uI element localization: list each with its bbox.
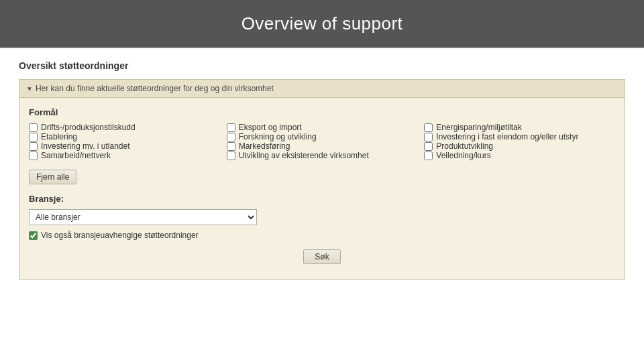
checkbox-label-utvikling-eksisterende: Utvikling av eksisterende virksomhet [239,151,369,160]
bransje-label: Bransje: [29,194,615,204]
checkbox-veiledning[interactable] [424,152,433,160]
checkbox-investering-utlandet[interactable] [29,142,38,151]
panel-arrow-icon: ▼ [26,85,33,93]
checkbox-label-investering-eiendom: Investering i fast eiendom og/eller utst… [436,132,578,141]
checkbox-markedsforing[interactable] [227,142,235,151]
checkbox-produktutvikling[interactable] [424,142,433,151]
checkbox-item: Drifts-/produksjonstilskudd [29,123,220,132]
checkbox-forskning[interactable] [227,133,235,141]
checkbox-eksport[interactable] [227,123,235,132]
checkbox-energisparing[interactable] [424,123,433,132]
section-heading: Oversikt støtteordninger [19,60,625,71]
formaal-label: Formål [29,107,615,117]
checkbox-item: Investering i fast eiendom og/eller utst… [424,132,615,141]
panel-body: Formål Drifts-/produksjonstilskudd Etabl… [19,98,625,279]
checkbox-investering-eiendom[interactable] [424,133,433,141]
vis-checkbox[interactable] [29,231,38,240]
checkbox-item: Forskning og utvikling [227,132,418,141]
checkbox-grid: Drifts-/produksjonstilskudd Etablering I… [29,123,615,160]
checkbox-item: Markedsføring [227,141,418,151]
checkbox-item: Veiledning/kurs [424,151,615,160]
checkbox-label-investering-utlandet: Investering mv. i utlandet [41,141,130,151]
sok-button[interactable]: Søk [303,249,340,264]
vis-label: Vis også bransjeuavhengige støtteordning… [41,231,199,240]
checkbox-column-2: Eksport og import Forskning og utvikling… [227,123,418,160]
checkbox-label-energisparing: Energisparing/miljøtiltak [436,123,521,132]
checkbox-item: Produktutvikling [424,141,615,151]
checkbox-label-veiledning: Veiledning/kurs [436,151,490,160]
header-bar: Overview of support [0,0,644,48]
page-title: Overview of support [241,13,403,34]
checkbox-column-1: Drifts-/produksjonstilskudd Etablering I… [29,123,220,160]
panel-header: ▼ Her kan du finne aktuelle støtteordnin… [19,80,625,98]
page-content: Oversikt støtteordninger ▼ Her kan du fi… [0,48,644,292]
checkbox-item: Utvikling av eksisterende virksomhet [227,151,418,160]
checkbox-item: Eksport og import [227,123,418,132]
checkbox-label-samarbeid: Samarbeid/nettverk [41,151,111,160]
checkbox-item: Etablering [29,132,220,141]
checkbox-label-markedsforing: Markedsføring [239,141,290,151]
checkbox-drifts[interactable] [29,123,38,132]
checkbox-label-forskning: Forskning og utvikling [239,132,317,141]
checkbox-item: Energisparing/miljøtiltak [424,123,615,132]
bransje-section: Bransje: Alle bransjer Vis også bransjeu… [29,194,615,240]
checkbox-samarbeid[interactable] [29,152,38,160]
checkbox-column-3: Energisparing/miljøtiltak Investering i … [424,123,615,160]
search-row: Søk [29,249,615,267]
checkbox-label-eksport: Eksport og import [239,123,302,132]
form-panel: ▼ Her kan du finne aktuelle støtteordnin… [19,79,625,280]
bransje-select[interactable]: Alle bransjer [29,209,257,225]
checkbox-label-etablering: Etablering [41,132,77,141]
fjern-alle-button[interactable]: Fjern alle [29,170,76,184]
checkbox-item: Investering mv. i utlandet [29,141,220,151]
checkbox-item: Samarbeid/nettverk [29,151,220,160]
checkbox-label-drifts: Drifts-/produksjonstilskudd [41,123,136,132]
panel-header-text: Her kan du finne aktuelle støtteordninge… [36,84,274,93]
formaal-section: Formål Drifts-/produksjonstilskudd Etabl… [29,107,615,184]
checkbox-etablering[interactable] [29,133,38,141]
checkbox-utvikling-eksisterende[interactable] [227,152,235,160]
checkbox-label-produktutvikling: Produktutvikling [436,141,493,151]
vis-checkbox-row: Vis også bransjeuavhengige støtteordning… [29,231,615,240]
